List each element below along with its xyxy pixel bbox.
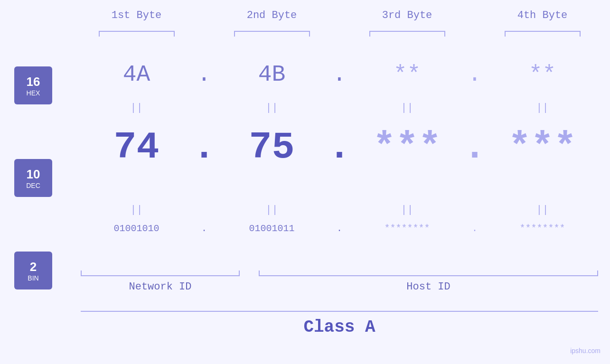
dec-row: 74 . 75 . *** . *** bbox=[81, 126, 598, 169]
dec-byte2-cell: 75 bbox=[218, 126, 325, 169]
hex-number: 16 bbox=[27, 75, 40, 89]
hex-byte3-value: ** bbox=[394, 62, 421, 87]
hex-byte4-value: ** bbox=[529, 62, 556, 87]
bracket-byte3 bbox=[369, 31, 445, 32]
bin-byte3-cell: ******** bbox=[354, 223, 460, 234]
dec-byte4-cell: *** bbox=[489, 126, 596, 169]
bin-byte1-cell: 01001010 bbox=[83, 223, 190, 234]
bin-row: 01001010 . 01001011 . ******** . *******… bbox=[81, 223, 598, 234]
dec-badge: 10 DEC bbox=[14, 159, 52, 197]
main-layout: 1st Byte 2nd Byte 3rd Byte 4th Byte bbox=[0, 0, 610, 364]
bin-byte4-cell: ******** bbox=[489, 223, 596, 234]
byte-headers: 1st Byte 2nd Byte 3rd Byte 4th Byte bbox=[81, 9, 598, 21]
byte2-header: 2nd Byte bbox=[218, 9, 325, 21]
watermark: ipshu.com bbox=[570, 347, 601, 355]
byte2-label: 2nd Byte bbox=[247, 9, 297, 21]
bin-byte3-value: ******** bbox=[384, 223, 430, 234]
bin-byte2-value: 01001011 bbox=[249, 223, 294, 234]
byte4-header: 4th Byte bbox=[489, 9, 596, 21]
byte3-header: 3rd Byte bbox=[354, 9, 460, 21]
hex-byte4-cell: ** bbox=[489, 62, 596, 87]
class-label: Class A bbox=[81, 317, 598, 337]
byte3-label: 3rd Byte bbox=[382, 9, 432, 21]
dec-byte1-value: 74 bbox=[113, 126, 159, 169]
host-brace bbox=[259, 275, 598, 276]
bin-byte2-cell: 01001011 bbox=[218, 223, 325, 234]
dec-name: DEC bbox=[26, 182, 40, 189]
hex-row: 4A . 4B . ** . ** bbox=[81, 62, 598, 87]
network-id-label: Network ID bbox=[81, 281, 240, 293]
equals-row-dec: || || || || bbox=[81, 204, 598, 216]
base-badges: 16 HEX 10 DEC 2 BIN bbox=[14, 66, 52, 289]
dec-byte1-cell: 74 bbox=[83, 126, 190, 169]
class-section: Class A bbox=[81, 311, 598, 337]
hex-byte1-cell: 4A bbox=[83, 62, 190, 87]
bin-dot3: . bbox=[465, 223, 484, 234]
dec-byte2-value: 75 bbox=[249, 126, 294, 169]
byte1-header: 1st Byte bbox=[83, 9, 190, 21]
dec-dot1: . bbox=[195, 126, 214, 169]
bracket-byte4 bbox=[505, 31, 581, 32]
byte1-label: 1st Byte bbox=[112, 9, 162, 21]
bin-badge: 2 BIN bbox=[14, 252, 52, 289]
dec-byte3-value: *** bbox=[373, 126, 441, 169]
hex-dot1: . bbox=[195, 62, 214, 87]
bin-byte4-value: ******** bbox=[519, 223, 565, 234]
bottom-section: Network ID Host ID bbox=[81, 271, 598, 299]
hex-dot2: . bbox=[330, 62, 349, 87]
bin-dot2: . bbox=[330, 223, 349, 234]
bracket-byte2 bbox=[234, 31, 310, 32]
hex-name: HEX bbox=[27, 89, 40, 97]
bin-name: BIN bbox=[28, 274, 38, 282]
id-braces: Network ID Host ID bbox=[81, 271, 598, 299]
dec-number: 10 bbox=[27, 167, 40, 182]
dec-byte3-cell: *** bbox=[354, 126, 460, 169]
byte4-label: 4th Byte bbox=[517, 9, 568, 21]
network-brace bbox=[81, 275, 240, 276]
hex-badge: 16 HEX bbox=[14, 66, 52, 104]
dec-byte4-value: *** bbox=[508, 126, 576, 169]
top-brackets bbox=[81, 31, 598, 32]
hex-byte2-cell: 4B bbox=[218, 62, 325, 87]
bin-dot1: . bbox=[195, 223, 214, 234]
dec-dot2: . bbox=[330, 126, 349, 169]
bracket-byte1 bbox=[99, 31, 175, 32]
bin-byte1-value: 01001010 bbox=[113, 223, 159, 234]
hex-byte3-cell: ** bbox=[354, 62, 460, 87]
hex-byte2-value: 4B bbox=[258, 62, 286, 87]
equals-row-hex: || || || || bbox=[81, 102, 598, 114]
class-top-line bbox=[81, 311, 598, 312]
host-id-label: Host ID bbox=[259, 281, 598, 293]
hex-byte1-value: 4A bbox=[123, 62, 150, 87]
hex-dot3: . bbox=[465, 62, 484, 87]
dec-dot3: . bbox=[465, 126, 484, 169]
bin-number: 2 bbox=[30, 260, 37, 274]
